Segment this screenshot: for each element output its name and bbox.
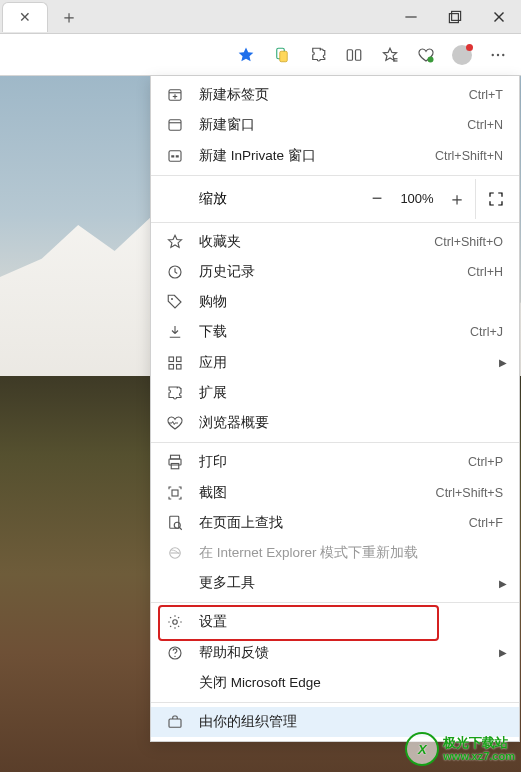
menu-shortcut: Ctrl+Shift+S [436,486,503,500]
svg-rect-21 [169,150,181,161]
menu-screenshot[interactable]: 截图 Ctrl+Shift+S [151,477,519,507]
menu-ie-mode: 在 Internet Explorer 模式下重新加载 [151,538,519,568]
menu-label: 扩展 [199,384,503,402]
svg-rect-27 [177,357,182,362]
menu-label: 在页面上查找 [199,514,469,532]
gear-icon [165,612,185,632]
svg-point-25 [171,298,173,300]
minimize-button[interactable] [389,0,433,34]
menu-label: 新建标签页 [199,86,469,104]
close-tab-icon[interactable]: ✕ [19,9,31,25]
svg-rect-6 [280,51,288,62]
extensions-button[interactable] [301,38,335,72]
zoom-in-button[interactable]: ＋ [439,181,475,217]
titlebar: ✕ ＋ [0,0,521,34]
chevron-right-icon: ▶ [499,357,507,368]
menu-new-tab[interactable]: 新建标签页 Ctrl+T [151,80,519,110]
menu-shortcut: Ctrl+T [469,88,503,102]
favorites-list-button[interactable] [373,38,407,72]
svg-point-35 [174,522,180,528]
menu-apps[interactable]: 应用 ▶ [151,348,519,378]
collections-button[interactable] [265,38,299,72]
new-tab-button[interactable]: ＋ [54,2,84,32]
menu-label: 截图 [199,484,436,502]
menu-separator [151,702,519,703]
menu-shortcut: Ctrl+N [467,118,503,132]
window-controls [389,0,521,34]
svg-point-13 [497,53,499,55]
toolbar [0,34,521,76]
puzzle-icon [165,383,185,403]
menu-label: 关闭 Microsoft Edge [199,674,503,692]
new-tab-icon [165,85,185,105]
star-icon [165,232,185,252]
help-icon [165,643,185,663]
shopping-tag-icon [165,292,185,312]
menu-label: 由你的组织管理 [199,713,503,731]
apps-icon [165,353,185,373]
maximize-button[interactable] [433,0,477,34]
heartbeat-icon [165,413,185,433]
svg-point-38 [173,620,178,625]
menu-help[interactable]: 帮助和反馈 ▶ [151,638,519,668]
menu-shortcut: Ctrl+Shift+O [434,235,503,249]
svg-rect-32 [171,464,179,469]
split-screen-button[interactable] [337,38,371,72]
blank-icon [165,673,185,693]
favorite-button[interactable] [229,38,263,72]
heartbeat-icon [417,46,435,64]
menu-separator [151,222,519,223]
menu-downloads[interactable]: 下载 Ctrl+J [151,317,519,347]
menu-close-edge[interactable]: 关闭 Microsoft Edge [151,668,519,698]
split-screen-icon [345,46,363,64]
menu-history[interactable]: 历史记录 Ctrl+H [151,257,519,287]
menu-label: 打印 [199,453,468,471]
browser-tab[interactable]: ✕ [2,2,48,32]
settings-more-menu: 新建标签页 Ctrl+T 新建窗口 Ctrl+N 新建 InPrivate 窗口… [150,76,520,742]
menu-new-window[interactable]: 新建窗口 Ctrl+N [151,110,519,140]
svg-point-14 [502,53,504,55]
download-icon [165,322,185,342]
more-menu-button[interactable] [481,38,515,72]
close-window-button[interactable] [477,0,521,34]
svg-rect-28 [169,364,174,369]
menu-shortcut: Ctrl+Shift+N [435,149,503,163]
menu-browser-essentials[interactable]: 浏览器概要 [151,408,519,438]
menu-extensions[interactable]: 扩展 [151,378,519,408]
zoom-out-button[interactable]: − [359,181,395,217]
menu-shopping[interactable]: 购物 [151,287,519,317]
performance-button[interactable] [409,38,443,72]
fullscreen-button[interactable] [475,179,515,219]
history-icon [165,262,185,282]
menu-separator [151,442,519,443]
inprivate-icon [165,146,185,166]
profile-button[interactable] [445,38,479,72]
menu-settings[interactable]: 设置 [151,607,519,637]
svg-rect-1 [449,13,458,22]
menu-more-tools[interactable]: 更多工具 ▶ [151,568,519,598]
menu-label: 设置 [199,613,503,631]
menu-separator [151,175,519,176]
menu-shortcut: Ctrl+P [468,455,503,469]
extensions-icon [309,46,327,64]
profile-avatar-icon [452,45,472,65]
menu-label: 购物 [199,293,503,311]
briefcase-icon [165,712,185,732]
svg-rect-2 [452,11,461,20]
new-window-icon [165,115,185,135]
menu-separator [151,602,519,603]
minus-icon: − [372,188,383,209]
minimize-icon [402,8,420,26]
svg-rect-7 [347,49,352,60]
menu-new-inprivate[interactable]: 新建 InPrivate 窗口 Ctrl+Shift+N [151,140,519,170]
menu-label: 帮助和反馈 [199,644,503,662]
svg-rect-22 [171,155,174,157]
menu-find[interactable]: 在页面上查找 Ctrl+F [151,508,519,538]
menu-shortcut: Ctrl+H [467,265,503,279]
menu-favorites[interactable]: 收藏夹 Ctrl+Shift+O [151,227,519,257]
menu-label: 收藏夹 [199,233,434,251]
svg-rect-33 [172,490,178,496]
menu-print[interactable]: 打印 Ctrl+P [151,447,519,477]
blank-icon [165,573,185,593]
search-page-icon [165,513,185,533]
